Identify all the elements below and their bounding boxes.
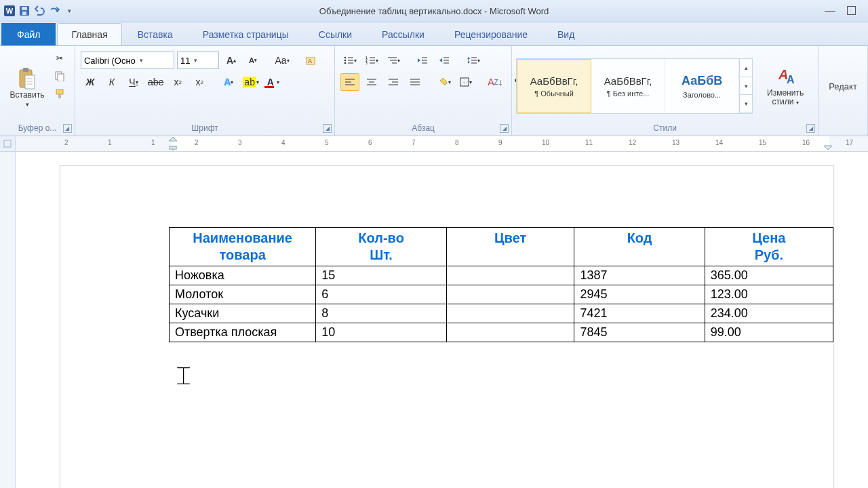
gallery-down-icon[interactable]: ▾ bbox=[740, 77, 752, 96]
vertical-ruler[interactable] bbox=[0, 136, 16, 488]
table-cell[interactable] bbox=[446, 304, 574, 323]
align-justify-icon[interactable] bbox=[406, 73, 425, 91]
table-row[interactable]: Отвертка плоская10784599.00 bbox=[170, 323, 833, 342]
strikethrough-icon[interactable]: abe bbox=[146, 73, 165, 91]
table-cell[interactable]: 7421 bbox=[574, 304, 705, 323]
numbering-icon[interactable]: 123▾ bbox=[362, 52, 381, 69]
table-cell[interactable] bbox=[446, 285, 574, 304]
superscript-icon[interactable]: x2 bbox=[190, 73, 209, 91]
format-painter-icon[interactable] bbox=[52, 85, 68, 102]
paste-button[interactable]: Вставить▾ bbox=[4, 49, 50, 127]
save-icon[interactable] bbox=[18, 4, 31, 18]
word-app-icon[interactable]: W bbox=[3, 4, 16, 18]
underline-icon[interactable]: Ч ▾ bbox=[124, 73, 143, 91]
tab-file[interactable]: Файл bbox=[1, 23, 56, 45]
multilevel-list-icon[interactable]: ▾ bbox=[384, 52, 403, 69]
bullets-icon[interactable]: ▾ bbox=[340, 52, 359, 69]
style-normal[interactable]: АаБбВвГг, ¶ Обычный bbox=[517, 59, 591, 113]
qat-dropdown-icon[interactable]: ▾ bbox=[62, 4, 76, 18]
svg-rect-7 bbox=[25, 75, 35, 89]
font-color-icon[interactable]: A▾ bbox=[264, 73, 283, 91]
table-cell[interactable]: 1387 bbox=[574, 266, 705, 285]
style-preview: АаБбВвГг, bbox=[530, 75, 578, 87]
table-row[interactable]: Ножовка151387365.00 bbox=[170, 266, 833, 285]
editing-label[interactable]: Редакт bbox=[829, 81, 857, 92]
table-cell[interactable]: 6 bbox=[316, 285, 447, 304]
style-heading1[interactable]: АаБбВ Заголово... bbox=[665, 59, 739, 113]
table-cell[interactable]: 2945 bbox=[574, 285, 705, 304]
gallery-up-icon[interactable]: ▴ bbox=[740, 59, 752, 77]
group-clipboard-label: Буфер о... bbox=[4, 123, 71, 134]
table-header[interactable]: Цвет bbox=[446, 228, 574, 266]
change-styles-button[interactable]: AA Изменить стили ▾ bbox=[757, 56, 814, 116]
table-cell[interactable]: Отвертка плоская bbox=[170, 323, 316, 342]
table-header[interactable]: ЦенаРуб. bbox=[705, 228, 833, 266]
grow-font-icon[interactable]: A▴ bbox=[222, 52, 241, 69]
decrease-indent-icon[interactable] bbox=[413, 52, 432, 69]
font-size-combo[interactable]: 11▾ bbox=[177, 52, 219, 69]
table-header[interactable]: Кол-воШт. bbox=[316, 228, 447, 266]
align-left-icon[interactable] bbox=[340, 73, 359, 91]
table-header[interactable]: Код bbox=[574, 228, 705, 266]
increase-indent-icon[interactable] bbox=[435, 52, 454, 69]
text-effects-icon[interactable]: A▾ bbox=[219, 73, 238, 91]
page[interactable]: НаименованиетовараКол-воШт.ЦветКодЦенаРу… bbox=[60, 165, 834, 488]
table-cell[interactable]: 123.00 bbox=[705, 285, 833, 304]
table-cell[interactable]: Ножовка bbox=[170, 266, 316, 285]
cut-icon[interactable]: ✂ bbox=[52, 50, 68, 66]
minimize-icon[interactable]: — bbox=[825, 6, 835, 16]
table-cell[interactable]: 234.00 bbox=[705, 304, 833, 323]
shading-icon[interactable]: ▾ bbox=[435, 73, 454, 91]
tab-insert[interactable]: Вставка bbox=[123, 23, 187, 45]
undo-icon[interactable] bbox=[33, 4, 46, 18]
copy-icon[interactable] bbox=[52, 68, 68, 84]
styles-dialog-launcher[interactable]: ◢ bbox=[806, 124, 815, 133]
clipboard-dialog-launcher[interactable]: ◢ bbox=[63, 124, 72, 133]
italic-icon[interactable]: К bbox=[102, 73, 121, 91]
clear-formatting-icon[interactable]: A bbox=[302, 52, 321, 69]
table-cell[interactable]: 10 bbox=[316, 323, 447, 342]
document-table[interactable]: НаименованиетовараКол-воШт.ЦветКодЦенаРу… bbox=[169, 227, 833, 342]
font-dialog-launcher[interactable]: ◢ bbox=[323, 124, 332, 133]
table-header[interactable]: Наименованиетовара bbox=[170, 228, 316, 266]
style-no-spacing[interactable]: АаБбВвГг, ¶ Без инте... bbox=[591, 59, 665, 113]
table-row[interactable]: Кусачки87421234.00 bbox=[170, 304, 833, 323]
paragraph-dialog-launcher[interactable]: ◢ bbox=[500, 124, 509, 133]
table-cell[interactable]: 365.00 bbox=[705, 266, 833, 285]
align-center-icon[interactable] bbox=[362, 73, 381, 91]
gallery-more-icon[interactable]: ▾ bbox=[740, 95, 752, 113]
page-surface[interactable]: НаименованиетовараКол-воШт.ЦветКодЦенаРу… bbox=[16, 152, 868, 488]
table-cell[interactable]: 8 bbox=[316, 304, 447, 323]
align-right-icon[interactable] bbox=[384, 73, 403, 91]
change-case-icon[interactable]: Aa▾ bbox=[273, 52, 292, 69]
svg-rect-6 bbox=[23, 68, 28, 72]
tab-review[interactable]: Рецензирование bbox=[440, 23, 542, 45]
maximize-icon[interactable] bbox=[847, 6, 856, 15]
table-cell[interactable]: Кусачки bbox=[170, 304, 316, 323]
shrink-font-icon[interactable]: A▾ bbox=[243, 52, 262, 69]
style-name: ¶ Обычный bbox=[520, 89, 588, 98]
sort-icon[interactable]: AZ↓ bbox=[486, 73, 505, 91]
bold-icon[interactable]: Ж bbox=[81, 73, 100, 91]
table-cell[interactable]: Молоток bbox=[170, 285, 316, 304]
tab-page-layout[interactable]: Разметка страницы bbox=[189, 23, 303, 45]
tab-mailings[interactable]: Рассылки bbox=[368, 23, 439, 45]
table-cell[interactable] bbox=[446, 266, 574, 285]
highlight-icon[interactable]: ab▾ bbox=[241, 73, 261, 91]
table-cell[interactable]: 7845 bbox=[574, 323, 705, 342]
table-row[interactable]: Молоток62945123.00 bbox=[170, 285, 833, 304]
tab-view[interactable]: Вид bbox=[543, 23, 589, 45]
borders-icon[interactable]: ▾ bbox=[456, 73, 475, 91]
tab-home[interactable]: Главная bbox=[57, 23, 121, 45]
redo-icon[interactable] bbox=[47, 4, 61, 18]
horizontal-ruler[interactable]: 211234567891011121314151617 bbox=[16, 136, 868, 152]
table-cell[interactable]: 15 bbox=[316, 266, 447, 285]
subscript-icon[interactable]: x2 bbox=[168, 73, 187, 91]
tab-references[interactable]: Ссылки bbox=[304, 23, 366, 45]
svg-rect-13 bbox=[56, 89, 63, 94]
table-cell[interactable]: 99.00 bbox=[705, 323, 833, 342]
font-name-combo[interactable]: Calibri (Осно▾ bbox=[81, 52, 174, 69]
ruler-corner[interactable] bbox=[0, 136, 15, 152]
table-cell[interactable] bbox=[446, 323, 574, 342]
line-spacing-icon[interactable]: ▾ bbox=[464, 52, 483, 69]
